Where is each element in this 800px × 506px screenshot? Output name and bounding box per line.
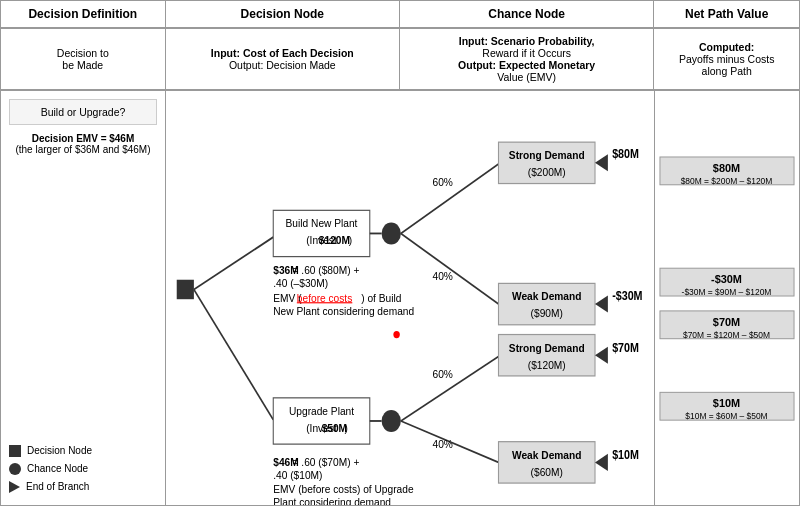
header-decision-def: Decision Definition bbox=[1, 1, 166, 27]
prob-60-2: 60% bbox=[433, 368, 454, 381]
arrow-strong2 bbox=[595, 347, 608, 364]
net-val-2: -$30M bbox=[612, 290, 642, 303]
emv2-label1: EMV (before costs) of Upgrade bbox=[273, 482, 413, 495]
decision-emv-text: Decision EMV = $46M (the larger of $36M … bbox=[9, 133, 157, 155]
emv2-label2: Plant considering demand bbox=[273, 496, 391, 505]
diagram-area: Build New Plant (Invest $120M ) Strong D… bbox=[166, 91, 654, 505]
net-val-1: $80M bbox=[612, 147, 639, 160]
net-val-4: $10M bbox=[612, 448, 639, 461]
left-panel: Build or Upgrade? Decision EMV = $46M (t… bbox=[1, 91, 166, 505]
weak-demand-2-text1: Weak Demand bbox=[512, 448, 581, 461]
header-decision-node: Decision Node bbox=[166, 1, 400, 27]
upgrade-text1: Upgrade Plant bbox=[289, 404, 354, 417]
legend: Decision Node Chance Node End of Branch bbox=[9, 443, 157, 497]
red-dot bbox=[393, 331, 399, 338]
chance-circle-top bbox=[382, 223, 401, 245]
diagram-svg: Build New Plant (Invest $120M ) Strong D… bbox=[166, 91, 654, 505]
build-new-cost: $120M bbox=[319, 234, 350, 247]
net-box-4-eq: $10M = $60M – $50M bbox=[685, 411, 767, 421]
upgrade-paren: ) bbox=[344, 421, 347, 434]
chance-circle-bottom bbox=[382, 410, 401, 432]
end-branch-icon bbox=[9, 481, 20, 493]
emv1-eq2: .40 (–$30M) bbox=[273, 276, 328, 289]
legend-chance-node: Chance Node bbox=[9, 461, 157, 477]
chance-node-icon bbox=[9, 463, 21, 475]
emv1-label3: New Plant considering demand bbox=[273, 304, 414, 317]
header-net-path: Net Path Value bbox=[654, 1, 799, 27]
line-to-upgrade bbox=[194, 289, 273, 419]
arrow-weak1 bbox=[595, 296, 608, 313]
right-panel: $80M $80M = $200M – $120M -$30M -$30M = … bbox=[654, 91, 799, 505]
net-box-1-eq: $80M = $200M – $120M bbox=[681, 176, 773, 186]
strong-demand-2-text1: Strong Demand bbox=[509, 341, 585, 354]
subheader-row: Decision to be Made Input: Cost of Each … bbox=[1, 29, 799, 91]
net-box-2-text: -$30M bbox=[711, 273, 742, 285]
emv2-eq1: = .60 ($70M) + bbox=[293, 455, 360, 468]
prob-40-2: 40% bbox=[433, 437, 454, 450]
line-to-build bbox=[194, 237, 273, 289]
decision-square bbox=[177, 280, 194, 299]
weak-demand-1-text2: ($90M) bbox=[531, 307, 563, 320]
net-panel-svg: $80M $80M = $200M – $120M -$30M -$30M = … bbox=[655, 91, 799, 505]
emv1-label-red: before costs bbox=[297, 291, 353, 304]
legend-decision-label: Decision Node bbox=[27, 443, 92, 459]
prob-60-1: 60% bbox=[433, 175, 454, 188]
decision-question-box: Build or Upgrade? bbox=[9, 99, 157, 125]
emv1-eq1: = .60 ($80M) + bbox=[293, 263, 360, 276]
strong-demand-1-text2: ($200M) bbox=[528, 166, 566, 179]
upgrade-cost: $50M bbox=[322, 421, 347, 434]
legend-end-branch: End of Branch bbox=[9, 479, 157, 495]
weak-demand-1-text1: Weak Demand bbox=[512, 290, 581, 303]
legend-decision-node: Decision Node bbox=[9, 443, 157, 459]
weak-demand-2-text2: ($60M) bbox=[531, 465, 563, 478]
net-val-3: $70M bbox=[612, 341, 639, 354]
main-container: Decision Definition Decision Node Chance… bbox=[0, 0, 800, 506]
subheader-chance-node: Input: Scenario Probability, Reward if i… bbox=[400, 29, 654, 89]
arrow-weak2 bbox=[595, 454, 608, 471]
legend-chance-label: Chance Node bbox=[27, 461, 88, 477]
strong-demand-1-text1: Strong Demand bbox=[509, 149, 585, 162]
subheader-net-path: Computed: Payoffs minus Costs along Path bbox=[654, 29, 799, 89]
emv1-label2: ) of Build bbox=[361, 291, 401, 304]
header-row: Decision Definition Decision Node Chance… bbox=[1, 1, 799, 29]
build-new-paren: ) bbox=[349, 234, 352, 247]
subheader-decision-node: Input: Cost of Each Decision Output: Dec… bbox=[166, 29, 400, 89]
net-box-2-eq: -$30M = $90M – $120M bbox=[682, 287, 772, 297]
net-box-3-text: $70M bbox=[713, 316, 740, 328]
strong-demand-2-text2: ($120M) bbox=[528, 358, 566, 371]
arrow-strong1 bbox=[595, 154, 608, 171]
net-box-4-text: $10M bbox=[713, 397, 740, 409]
content-area: Build or Upgrade? Decision EMV = $46M (t… bbox=[1, 91, 799, 505]
prob-40-1: 40% bbox=[433, 269, 454, 282]
build-new-text1: Build New Plant bbox=[286, 217, 358, 230]
header-chance-node: Chance Node bbox=[400, 1, 654, 27]
emv2-eq2: .40 ($10M) bbox=[273, 469, 322, 482]
subheader-decision-def: Decision to be Made bbox=[1, 29, 166, 89]
net-box-3-eq: $70M = $120M – $50M bbox=[683, 330, 770, 340]
net-box-1-text: $80M bbox=[713, 162, 740, 174]
line-strong2 bbox=[401, 356, 499, 421]
decision-node-icon bbox=[9, 445, 21, 457]
legend-branch-label: End of Branch bbox=[26, 479, 89, 495]
